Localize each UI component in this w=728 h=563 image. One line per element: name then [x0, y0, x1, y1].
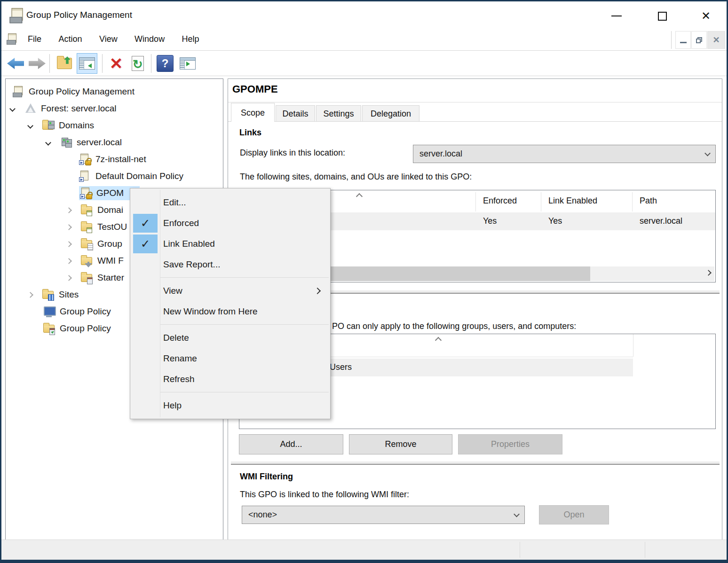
sort-ascending-icon: [356, 193, 363, 200]
cell-enforced: Yes: [483, 216, 497, 226]
console-tree-icon: [79, 57, 95, 70]
collapse-chevron-icon[interactable]: [45, 140, 51, 146]
maximize-button[interactable]: [652, 7, 673, 25]
status-bar: [1, 540, 727, 560]
menu-action[interactable]: Action: [51, 30, 89, 49]
domain-icon: [60, 137, 72, 148]
up-one-level-button[interactable]: [54, 53, 75, 74]
child-restore-button[interactable]: [691, 31, 707, 49]
gpo-link-icon: [79, 171, 91, 182]
tab-details[interactable]: Details: [276, 105, 315, 122]
section-divider: [231, 461, 720, 465]
menu-item-save-report[interactable]: Save Report...: [130, 254, 330, 275]
menu-file[interactable]: File: [20, 30, 49, 49]
menu-item-refresh[interactable]: Refresh: [130, 369, 330, 390]
window-title: Group Policy Management: [26, 10, 132, 20]
wmi-filter-combobox[interactable]: <none>: [242, 506, 525, 524]
ou-folder-icon: [81, 221, 93, 233]
column-header-link-enabled[interactable]: Link Enabled: [548, 196, 597, 206]
column-separator: [541, 192, 541, 211]
menu-separator: [130, 390, 330, 395]
location-combobox[interactable]: server.local: [413, 145, 716, 163]
expand-chevron-icon[interactable]: [66, 275, 72, 281]
gp-results-icon: [43, 323, 55, 334]
menu-view[interactable]: View: [92, 30, 125, 49]
menu-item-enforced[interactable]: Enforced: [130, 213, 330, 234]
wmi-filtering-heading: WMI Filtering: [240, 472, 293, 482]
minimize-button[interactable]: [606, 7, 627, 25]
wmi-filter-value: <none>: [248, 510, 277, 520]
starter-gpos-folder-icon: [81, 272, 93, 283]
gpo-folder-icon: [81, 238, 93, 250]
collapse-chevron-icon[interactable]: [9, 106, 16, 112]
mdi-separator: [671, 31, 672, 49]
collapse-chevron-icon[interactable]: [27, 123, 33, 129]
gpmc-icon: [12, 86, 24, 97]
tree-item-group-policy-management-root[interactable]: Group Policy Management: [6, 83, 223, 100]
column-header-path[interactable]: Path: [640, 196, 657, 206]
help-button[interactable]: ?: [155, 53, 175, 74]
gp-modeling-icon: [43, 306, 55, 317]
expand-chevron-icon[interactable]: [66, 258, 72, 264]
title-bar: Group Policy Management ✕: [1, 1, 727, 30]
app-icon: [9, 8, 25, 23]
display-links-label: Display links in this location:: [240, 148, 345, 158]
column-separator: [475, 192, 476, 211]
column-header-enforced[interactable]: Enforced: [483, 196, 517, 206]
tree-item-forest[interactable]: Forest: server.local: [6, 100, 223, 117]
forward-button: [27, 53, 47, 74]
cell-link-enabled: Yes: [548, 216, 562, 226]
linked-sentence: The following sites, domains, and OUs ar…: [240, 172, 472, 182]
tree-item-7z-install-net[interactable]: 7z-install-net: [6, 151, 223, 168]
menu-item-help[interactable]: Help: [130, 395, 330, 416]
refresh-icon: ↻: [132, 56, 144, 71]
tab-settings[interactable]: Settings: [316, 105, 361, 122]
remove-button[interactable]: Remove: [349, 434, 452, 454]
expand-chevron-icon[interactable]: [66, 241, 72, 247]
menu-item-new-window-from-here[interactable]: New Window from Here: [130, 301, 330, 322]
menu-item-view[interactable]: View: [130, 281, 330, 301]
maximize-icon: [658, 12, 667, 21]
delete-button[interactable]: ✕: [106, 53, 127, 74]
toolbar: ✕ ↻ ?: [1, 51, 727, 76]
properties-button: Properties: [458, 434, 562, 454]
close-button[interactable]: ✕: [696, 7, 716, 25]
export-list-button[interactable]: [177, 53, 198, 74]
menu-help[interactable]: Help: [174, 30, 207, 49]
minimize-icon: [611, 16, 622, 16]
tab-delegation[interactable]: Delegation: [362, 105, 419, 122]
menu-item-edit[interactable]: Edit...: [130, 192, 330, 213]
expand-chevron-icon[interactable]: [66, 224, 72, 230]
show-console-tree-toggle[interactable]: [77, 53, 97, 74]
chevron-down-icon: [704, 150, 711, 156]
wmi-sentence: This GPO is linked to the following WMI …: [240, 490, 409, 500]
tree-item-default-domain-policy[interactable]: Default Domain Policy: [6, 168, 223, 185]
back-arrow-icon: [7, 58, 24, 69]
child-minimize-button[interactable]: [675, 31, 691, 49]
gpo-title: GPOMPE: [232, 83, 278, 95]
child-restore-icon: [696, 37, 702, 43]
forward-arrow-icon: [29, 58, 46, 69]
refresh-button[interactable]: ↻: [127, 53, 148, 74]
expand-chevron-icon[interactable]: [27, 292, 33, 298]
toolbar-separator: [49, 54, 50, 73]
tree-item-domains[interactable]: Domains: [6, 117, 223, 134]
menu-window[interactable]: Window: [127, 30, 172, 49]
ou-folder-icon: [81, 204, 93, 216]
menu-item-rename[interactable]: Rename: [130, 348, 330, 369]
up-one-level-icon: [57, 58, 72, 69]
toolbar-separator: [102, 54, 103, 73]
sort-ascending-icon: [435, 337, 442, 344]
scroll-right-icon[interactable]: [705, 270, 712, 276]
gpo-context-menu: ✓ ✓ Edit... Enforced Link Enabled Save R…: [130, 188, 331, 419]
open-button: Open: [539, 505, 609, 524]
tab-scope[interactable]: Scope: [231, 103, 275, 122]
back-button[interactable]: [5, 53, 26, 74]
column-separator: [632, 192, 633, 211]
expand-chevron-icon[interactable]: [66, 207, 72, 213]
menu-item-link-enabled[interactable]: Link Enabled: [130, 234, 330, 254]
status-separator: [645, 542, 645, 558]
tree-item-domain-server-local[interactable]: server.local: [6, 134, 223, 151]
add-button[interactable]: Add...: [239, 434, 343, 454]
menu-item-delete[interactable]: Delete: [130, 328, 330, 348]
